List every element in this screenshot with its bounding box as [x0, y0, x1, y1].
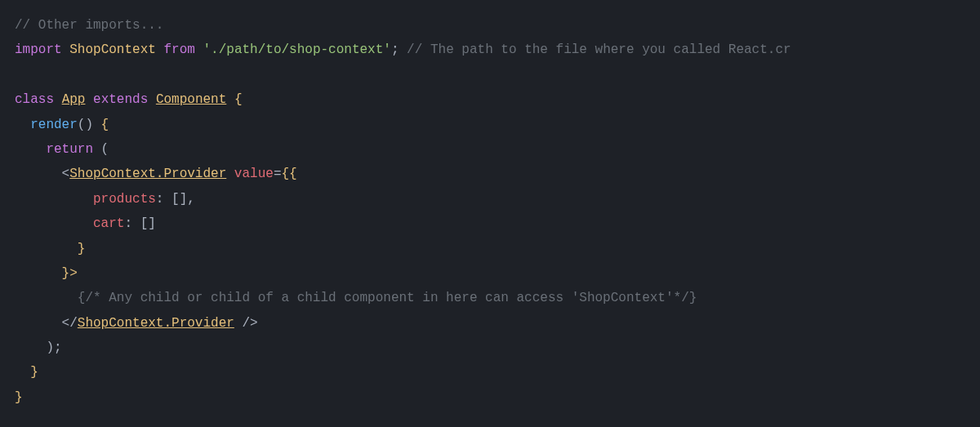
value: [] [163, 192, 187, 207]
code-line: ); [15, 336, 965, 360]
method-name: render [30, 118, 78, 132]
empty [15, 68, 23, 82]
jsx-component: ShopContext.Provider [69, 167, 226, 181]
code-line: render() { [15, 113, 965, 137]
comment: // Other imports... [15, 18, 163, 33]
jsx-component: ShopContext.Provider [78, 316, 234, 331]
code-line: }> [15, 261, 965, 286]
colon: : [156, 192, 164, 207]
angle-bracket: </ [62, 316, 78, 331]
keyword-from: from [163, 42, 194, 57]
code-line: class App extends Component { [15, 87, 965, 112]
close-tag: /> [234, 316, 258, 331]
space [226, 167, 234, 181]
keyword-extends: extends [93, 92, 148, 107]
class-name: Component [156, 92, 226, 107]
keyword-class: class [15, 92, 54, 107]
paren: ( [93, 142, 109, 157]
jsx-comment: {/* Any child or child of a child compon… [78, 291, 697, 305]
space [148, 92, 156, 107]
brace: } [78, 242, 86, 256]
object-key: cart [93, 216, 124, 231]
code-editor: // Other imports... import ShopContext f… [15, 13, 965, 410]
brace: { [226, 92, 242, 107]
brace: } [15, 390, 23, 405]
code-line: </ShopContext.Provider /> [15, 311, 965, 336]
code-line: cart: [] [15, 211, 965, 236]
code-line: products: [], [15, 187, 965, 211]
code-line-empty [15, 63, 965, 87]
brace: { [93, 118, 109, 132]
object-key: products [93, 192, 156, 207]
code-line: <ShopContext.Provider value={{ [15, 162, 965, 186]
angle-bracket: < [62, 167, 70, 181]
code-line: } [15, 237, 965, 261]
comma: , [187, 192, 195, 207]
colon: : [124, 216, 132, 231]
brace: } [30, 365, 38, 380]
code-line: {/* Any child or child of a child compon… [15, 286, 965, 310]
code-line: // Other imports... [15, 13, 965, 38]
string-literal: './path/to/shop-context' [203, 42, 390, 57]
code-line: import ShopContext from './path/to/shop-… [15, 38, 965, 62]
space [85, 92, 93, 107]
semicolon: ; [391, 42, 399, 57]
code-line: } [15, 385, 965, 410]
close-paren: ); [46, 340, 61, 355]
code-line: } [15, 360, 965, 385]
space [62, 42, 70, 57]
close-braces: }> [62, 266, 78, 281]
jsx-attribute: value [234, 167, 274, 181]
space [54, 92, 62, 107]
space [156, 42, 164, 57]
braces: {{ [281, 167, 296, 181]
keyword-import: import [15, 42, 62, 57]
class-name: App [62, 92, 86, 107]
identifier: ShopContext [69, 42, 156, 57]
keyword-return: return [46, 142, 93, 157]
value: [] [132, 216, 156, 231]
parens: () [78, 118, 93, 132]
code-line: return ( [15, 137, 965, 162]
comment: // The path to the file where you called… [399, 42, 791, 57]
